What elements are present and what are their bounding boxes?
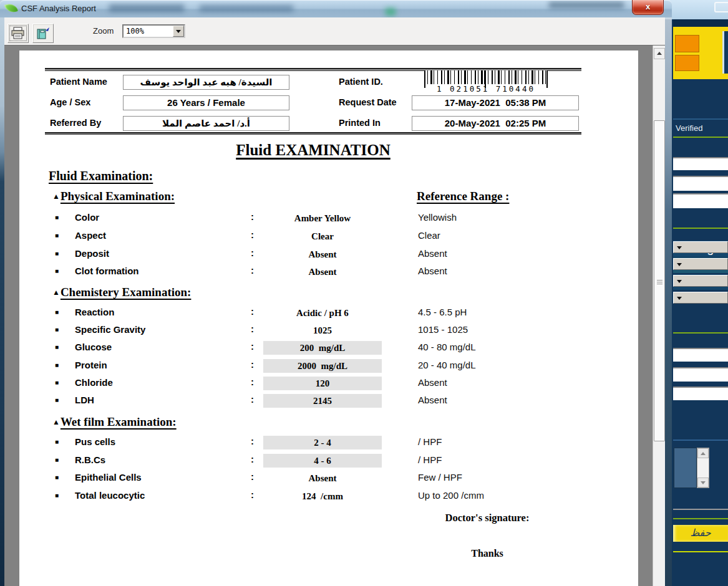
test-label: Epithelial Cells (75, 472, 142, 483)
combo-arrow-button[interactable] (173, 26, 184, 37)
bullet-icon: ■ (55, 232, 59, 239)
scroll-up-button[interactable] (697, 448, 709, 458)
result-row: ■ Reaction : Acidic / pH 6 4.5 - 6.5 pH (19, 306, 607, 320)
background-field[interactable] (673, 157, 728, 170)
test-reference: 4.5 - 6.5 pH (418, 307, 467, 317)
colon: : (251, 341, 254, 352)
scroll-up-button[interactable] (654, 48, 665, 59)
test-reference: Absent (418, 266, 447, 276)
bullet-icon: ■ (55, 267, 59, 274)
dropdown-button[interactable] (673, 241, 728, 253)
report-title: Fluid EXAMINATION (19, 142, 607, 159)
zoom-select[interactable]: 100% (122, 24, 185, 38)
section-heading-physical: ▲Physical Examination: (52, 190, 175, 203)
result-row: ■ Deposit : Absent Absent (19, 247, 607, 261)
test-reference: Few / HPF (418, 472, 462, 483)
printed-in-value: 20-May-2021 02:25 PM (412, 116, 579, 131)
printed-in-label: Printed In (339, 118, 381, 128)
patient-id-value: 1 021051 710440 (419, 84, 553, 94)
test-label: Glucose (75, 342, 112, 352)
test-reference: Absent (418, 248, 447, 259)
test-label: Deposit (75, 248, 109, 259)
test-value: 1025 (263, 324, 382, 337)
result-row: ■ LDH : 2145 Absent (19, 394, 607, 408)
section-heading-chemistry: ▲Chemistery Examination: (52, 286, 191, 299)
colon: : (251, 489, 254, 500)
referred-by-label: Referred By (50, 118, 101, 128)
colon: : (251, 265, 254, 276)
bullet-icon: ■ (55, 214, 59, 221)
toolbar: Zoom 100% (4, 17, 665, 45)
colon: : (251, 394, 254, 405)
bullet-icon: ■ (55, 396, 59, 403)
dropdown-button[interactable] (673, 258, 728, 270)
test-reference: Yellowish (418, 212, 457, 223)
glass-blur (109, 4, 184, 12)
background-app-panel: Verified mg/d حفظ (673, 0, 728, 586)
scroll-down-button[interactable] (697, 478, 709, 488)
request-date-value: 17-May-2021 05:38 PM (412, 95, 579, 110)
divider (673, 439, 728, 441)
window-titlebar[interactable] (0, 0, 672, 17)
test-label: LDH (75, 395, 94, 405)
test-label: Specific Gravity (75, 324, 145, 335)
close-button[interactable]: x (632, 0, 664, 15)
bullet-icon: ■ (55, 438, 59, 445)
report-page: Patient Name السيدة/ هبه عبد الواحد يوسف… (19, 50, 638, 586)
test-label: Color (75, 212, 99, 223)
scrollbar-thumb[interactable] (654, 120, 665, 441)
divider (673, 332, 728, 334)
thanks-label: Thanks (394, 548, 581, 559)
colon: : (251, 306, 254, 317)
dropdown-button[interactable] (673, 292, 728, 304)
test-label: Aspect (75, 230, 106, 241)
window-frame: Zoom 100% Patient Name السيدة/ هبه عبد ا… (4, 17, 665, 586)
patient-name-label: Patient Name (50, 77, 107, 87)
background-field[interactable] (673, 367, 728, 382)
test-value: 124 /cmm (263, 489, 382, 503)
background-field[interactable] (673, 193, 728, 208)
divider (673, 509, 728, 510)
test-reference: / HPF (418, 454, 442, 465)
background-field[interactable] (673, 176, 728, 191)
background-list-pane[interactable] (674, 448, 697, 488)
result-row: ■ Chloride : 120 Absent (19, 377, 607, 390)
save-button[interactable]: حفظ (673, 525, 728, 542)
background-scrollbar[interactable] (697, 448, 709, 488)
patient-name-value: السيدة/ هبه عبد الواحد يوسف (123, 75, 289, 90)
table-border-bottom (45, 132, 581, 135)
test-reference: 1015 - 1025 (418, 324, 468, 335)
triangle-icon: ▲ (52, 288, 60, 297)
reference-range-heading: Reference Range : (417, 190, 509, 203)
age-sex-value: 26 Years / Female (123, 95, 289, 110)
test-value: Absent (263, 247, 382, 261)
test-label: Chloride (75, 377, 113, 388)
test-value: 2 - 4 (263, 436, 382, 449)
export-button[interactable] (32, 24, 54, 43)
dropdown-button[interactable] (673, 275, 728, 287)
print-button[interactable] (7, 24, 29, 43)
test-label: Protein (75, 360, 107, 370)
test-value: 200 mg/dL (263, 341, 382, 355)
orange-button[interactable] (675, 35, 699, 52)
referred-by-value: أ.د/ احمد عاصم الملا (123, 116, 289, 131)
colon: : (251, 211, 254, 222)
test-value: 120 (263, 377, 382, 390)
zoom-label: Zoom (93, 26, 114, 36)
patient-id-label: Patient ID. (339, 77, 383, 87)
glass-blur (386, 8, 396, 16)
report-scrollbar[interactable] (653, 46, 665, 586)
test-value: Absent (263, 471, 382, 485)
result-row: ■ Color : Amber Yellow Yellowish (19, 211, 607, 225)
background-field[interactable] (673, 387, 728, 400)
window-right-border (665, 17, 672, 586)
report-viewer: Patient Name السيدة/ هبه عبد الواحد يوسف… (4, 45, 665, 586)
result-row: ■ Total leucocytic : 124 /cmm Up to 200 … (19, 489, 607, 503)
bullet-icon: ■ (55, 379, 59, 386)
orange-button[interactable] (675, 55, 699, 71)
test-value: 4 - 6 (263, 454, 382, 468)
colon: : (251, 454, 254, 464)
background-field[interactable] (673, 348, 728, 362)
colon: : (251, 324, 254, 334)
result-row: ■ R.B.Cs : 4 - 6 / HPF (19, 454, 607, 468)
